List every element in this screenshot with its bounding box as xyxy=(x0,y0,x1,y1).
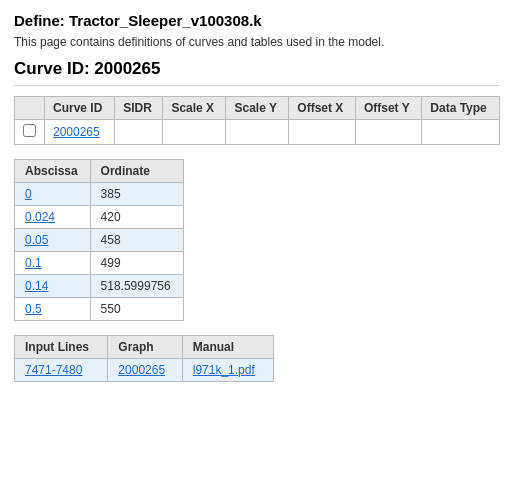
ordinate-cell: 518.5999756 xyxy=(90,275,183,298)
page-description: This page contains definitions of curves… xyxy=(14,35,500,49)
data-points-table: Abscissa Ordinate 03850.0244200.054580.1… xyxy=(14,159,184,321)
col-header-ordinate: Ordinate xyxy=(90,160,183,183)
row-sidr xyxy=(115,120,163,145)
row-checkbox-cell xyxy=(15,120,45,145)
graph-cell: 2000265 xyxy=(108,359,182,382)
bottom-info-table: Input Lines Graph Manual 7471-7480200026… xyxy=(14,335,274,382)
ordinate-cell: 458 xyxy=(90,229,183,252)
abscissa-link[interactable]: 0.024 xyxy=(25,210,55,224)
col-header-scale-y: Scale Y xyxy=(226,97,289,120)
abscissa-link[interactable]: 0.5 xyxy=(25,302,42,316)
row-offset-y xyxy=(355,120,421,145)
manual-cell: l971k_1.pdf xyxy=(182,359,273,382)
abscissa-cell: 0.05 xyxy=(15,229,91,252)
col-header-data-type: Data Type xyxy=(422,97,500,120)
data-table-row: 0385 xyxy=(15,183,184,206)
abscissa-link[interactable]: 0.14 xyxy=(25,279,48,293)
page-title: Define: Tractor_Sleeper_v100308.k xyxy=(14,12,500,29)
abscissa-link[interactable]: 0.1 xyxy=(25,256,42,270)
abscissa-link[interactable]: 0.05 xyxy=(25,233,48,247)
graph-link[interactable]: 2000265 xyxy=(118,363,165,377)
input-lines-link[interactable]: 7471-7480 xyxy=(25,363,82,377)
col-header-graph: Graph xyxy=(108,336,182,359)
ordinate-cell: 385 xyxy=(90,183,183,206)
ordinate-cell: 499 xyxy=(90,252,183,275)
manual-link[interactable]: l971k_1.pdf xyxy=(193,363,255,377)
row-checkbox[interactable] xyxy=(23,124,36,137)
curve-id-link[interactable]: 2000265 xyxy=(53,125,100,139)
row-data-type xyxy=(422,120,500,145)
col-header-offset-x: Offset X xyxy=(289,97,356,120)
abscissa-cell: 0.14 xyxy=(15,275,91,298)
col-header-checkbox xyxy=(15,97,45,120)
ordinate-cell: 550 xyxy=(90,298,183,321)
abscissa-cell: 0.5 xyxy=(15,298,91,321)
curve-id-heading: Curve ID: 2000265 xyxy=(14,59,500,86)
data-table-row: 0.5550 xyxy=(15,298,184,321)
table-row: 2000265 xyxy=(15,120,500,145)
bottom-table-row: 7471-74802000265l971k_1.pdf xyxy=(15,359,274,382)
abscissa-cell: 0 xyxy=(15,183,91,206)
row-offset-x xyxy=(289,120,356,145)
row-scale-x xyxy=(163,120,226,145)
data-table-row: 0.1499 xyxy=(15,252,184,275)
col-header-abscissa: Abscissa xyxy=(15,160,91,183)
row-scale-y xyxy=(226,120,289,145)
col-header-curve-id: Curve ID xyxy=(45,97,115,120)
col-header-manual: Manual xyxy=(182,336,273,359)
main-curve-table: Curve ID SIDR Scale X Scale Y Offset X O… xyxy=(14,96,500,145)
col-header-sidr: SIDR xyxy=(115,97,163,120)
col-header-offset-y: Offset Y xyxy=(355,97,421,120)
ordinate-cell: 420 xyxy=(90,206,183,229)
data-table-row: 0.05458 xyxy=(15,229,184,252)
col-header-scale-x: Scale X xyxy=(163,97,226,120)
row-curve-id: 2000265 xyxy=(45,120,115,145)
data-table-row: 0.024420 xyxy=(15,206,184,229)
abscissa-cell: 0.1 xyxy=(15,252,91,275)
data-table-row: 0.14518.5999756 xyxy=(15,275,184,298)
abscissa-link[interactable]: 0 xyxy=(25,187,32,201)
input-lines-cell: 7471-7480 xyxy=(15,359,108,382)
abscissa-cell: 0.024 xyxy=(15,206,91,229)
col-header-input-lines: Input Lines xyxy=(15,336,108,359)
